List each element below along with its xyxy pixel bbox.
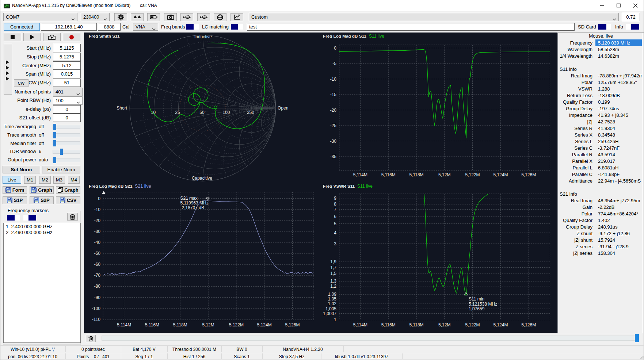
svg-text:5,122M: 5,122M <box>465 172 480 177</box>
svg-text:1,02: 1,02 <box>328 301 337 306</box>
svg-text:-40: -40 <box>94 240 101 245</box>
svg-text:Inductive: Inductive <box>194 34 212 39</box>
svg-text:3: 3 <box>334 241 336 246</box>
svg-text:5,116M: 5,116M <box>381 322 396 328</box>
svg-text:-110: -110 <box>92 317 100 322</box>
svg-text:5,12M: 5,12M <box>202 322 214 328</box>
svg-text:1,5: 1,5 <box>330 271 336 276</box>
svg-text:1,9: 1,9 <box>330 259 336 264</box>
svg-text:5,126M: 5,126M <box>285 322 300 328</box>
svg-text:Short: Short <box>117 106 127 111</box>
svg-text:5,126M: 5,126M <box>521 322 536 328</box>
svg-text:S11 live: S11 live <box>369 34 384 39</box>
svg-text:5,114M: 5,114M <box>117 322 131 328</box>
svg-text:S21 max: S21 max <box>180 196 198 201</box>
svg-text:7: 7 <box>334 207 336 212</box>
svg-text:5: 5 <box>334 221 336 226</box>
svg-text:-30: -30 <box>94 229 101 234</box>
svg-text:5,114M: 5,114M <box>353 322 367 328</box>
svg-text:Freq Log Mag dB S21: Freq Log Mag dB S21 <box>89 184 133 188</box>
svg-text:10: 10 <box>151 110 156 115</box>
svg-text:8: 8 <box>334 202 336 207</box>
svg-text:-5: -5 <box>332 61 336 66</box>
svg-text:250: 250 <box>247 110 254 115</box>
svg-text:50: 50 <box>199 110 205 115</box>
svg-text:-10: -10 <box>94 207 101 212</box>
svg-text:5,122M: 5,122M <box>465 322 480 328</box>
svg-text:0: 0 <box>98 196 100 201</box>
svg-text:-20: -20 <box>330 108 337 113</box>
svg-text:5,118M: 5,118M <box>409 322 423 328</box>
svg-text:-100: -100 <box>92 306 100 311</box>
svg-text:S11 min: S11 min <box>469 296 484 302</box>
svg-text:Freq VSWR S11: Freq VSWR S11 <box>323 184 355 188</box>
svg-text:1,7: 1,7 <box>330 265 336 270</box>
svg-text:1,0007: 1,0007 <box>323 311 336 316</box>
svg-text:-70: -70 <box>94 273 101 278</box>
svg-text:Capacitive: Capacitive <box>192 176 212 181</box>
svg-text:25: 25 <box>175 110 180 115</box>
svg-text:5,124M: 5,124M <box>493 322 508 328</box>
svg-text:5,12M: 5,12M <box>438 322 450 328</box>
svg-text:S11 live: S11 live <box>357 184 373 189</box>
svg-text:5,116M: 5,116M <box>381 172 396 177</box>
svg-text:1,2: 1,2 <box>330 284 336 289</box>
svg-text:-2,18707 dB: -2,18707 dB <box>180 205 204 210</box>
svg-text:Freq Log Mag dB S11: Freq Log Mag dB S11 <box>323 34 366 38</box>
svg-text:5,12M: 5,12M <box>438 172 450 177</box>
svg-text:-25: -25 <box>330 123 337 128</box>
svg-text:1,05: 1,05 <box>328 296 337 302</box>
svg-text:S21 live: S21 live <box>135 184 151 189</box>
svg-text:-15: -15 <box>330 92 337 97</box>
svg-text:-60: -60 <box>94 262 101 267</box>
svg-text:-90: -90 <box>94 295 101 300</box>
svg-text:-30: -30 <box>330 139 337 144</box>
svg-text:5,118M: 5,118M <box>409 172 423 177</box>
svg-text:9: 9 <box>334 196 336 201</box>
svg-text:1: 1 <box>334 317 336 322</box>
svg-text:5,116M: 5,116M <box>145 322 159 328</box>
svg-text:5,121538 MHz: 5,121538 MHz <box>469 302 497 307</box>
svg-text:Freq Smith S11: Freq Smith S11 <box>89 34 120 38</box>
svg-text:0: 0 <box>334 46 336 51</box>
svg-text:4: 4 <box>334 230 336 235</box>
svg-text:Open: Open <box>278 106 288 111</box>
svg-text:5,124M: 5,124M <box>257 322 272 328</box>
svg-text:1,3: 1,3 <box>330 279 336 284</box>
svg-text:1,07659: 1,07659 <box>469 306 485 311</box>
svg-text:-35: -35 <box>330 154 337 159</box>
svg-text:6: 6 <box>334 214 336 219</box>
svg-text:100: 100 <box>222 110 230 115</box>
svg-text:-10: -10 <box>330 77 337 82</box>
svg-text:-50: -50 <box>94 251 101 256</box>
svg-text:5,118M: 5,118M <box>173 322 187 328</box>
svg-text:-80: -80 <box>94 284 101 289</box>
svg-text:-20: -20 <box>94 218 101 223</box>
svg-text:5,119963 MHz: 5,119963 MHz <box>180 200 209 206</box>
svg-text:5,114M: 5,114M <box>353 172 367 177</box>
svg-text:5,124M: 5,124M <box>493 172 508 177</box>
svg-text:5,126M: 5,126M <box>521 172 536 177</box>
svg-text:5,122M: 5,122M <box>229 322 244 328</box>
